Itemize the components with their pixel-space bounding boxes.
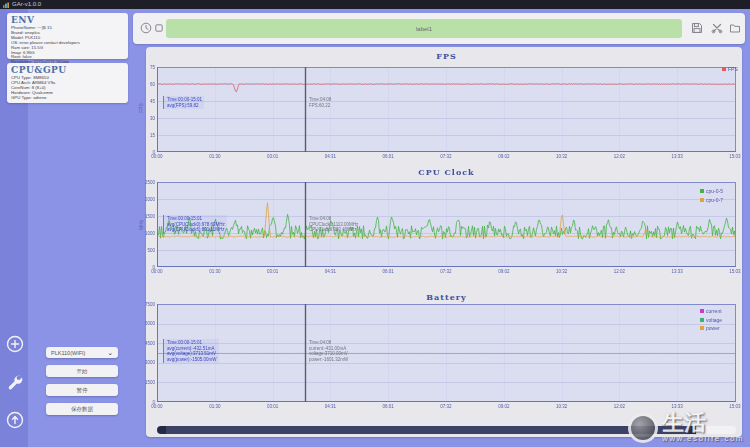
- legend-item[interactable]: current: [700, 308, 722, 314]
- upload-icon[interactable]: [6, 411, 24, 429]
- toolbar: label1: [133, 13, 745, 44]
- x-axis-tick: 03:01: [258, 154, 288, 159]
- chart-title: Battery: [157, 292, 736, 302]
- wrench-icon[interactable]: [6, 373, 24, 391]
- legend-swatch: [700, 326, 704, 330]
- scrollbar-left-cap[interactable]: [157, 426, 166, 434]
- scissors-icon[interactable]: [711, 22, 723, 34]
- y-axis-tick: 3000: [135, 360, 155, 365]
- cursor-stat-line: FPS:60.22: [309, 103, 331, 109]
- label-input[interactable]: label1: [166, 19, 682, 38]
- x-axis-tick: 00:00: [142, 269, 172, 274]
- legend-label: current: [706, 308, 722, 314]
- x-axis-tick: 00:00: [142, 404, 172, 409]
- x-axis-tick: 12:02: [604, 154, 634, 159]
- x-axis-tick: 09:02: [489, 404, 519, 409]
- x-axis-tick: 04:31: [315, 154, 345, 159]
- screenshot-icon[interactable]: [155, 24, 163, 32]
- y-axis-tick: 4500: [135, 341, 155, 346]
- y-axis-tick: 60: [135, 82, 155, 87]
- chart-plot-area[interactable]: [157, 182, 736, 267]
- x-axis-tick: 15:03: [720, 404, 750, 409]
- x-axis-tick: 12:02: [604, 269, 634, 274]
- scrollbar-thumb[interactable]: [166, 426, 687, 434]
- legend-item[interactable]: voltage: [700, 317, 722, 323]
- chart-plot-area[interactable]: [157, 304, 736, 402]
- legend-label: cpu-0-5: [706, 188, 723, 194]
- avg-stat-line: avg(CPUClock6):891.11MHz: [167, 227, 225, 233]
- watermark-text: 生活: [662, 412, 744, 434]
- y-axis-tick: 45: [135, 99, 155, 104]
- x-axis-tick: 03:01: [258, 269, 288, 274]
- folder-icon[interactable]: [729, 22, 741, 34]
- env-panel-title: ENV: [11, 15, 124, 25]
- legend-label: FPS: [728, 66, 738, 72]
- legend-label: voltage: [706, 317, 722, 323]
- chart-title: FPS: [157, 51, 736, 61]
- legend-swatch: [722, 67, 726, 71]
- save-icon[interactable]: [691, 22, 703, 34]
- y-axis-label: FPS: [138, 103, 144, 113]
- legend-swatch: [700, 309, 704, 313]
- x-axis-tick: 13:33: [662, 154, 692, 159]
- x-axis-tick: 09:02: [489, 154, 519, 159]
- legend-swatch: [700, 198, 704, 202]
- avg-stat-line: Time:00:00-15:01: [167, 97, 202, 103]
- legend-label: power: [706, 325, 720, 331]
- chart-plot-area[interactable]: [157, 67, 736, 152]
- x-axis-tick: 07:32: [431, 269, 461, 274]
- y-axis-tick: 30: [135, 116, 155, 121]
- cursor-annotation: Time:04:08current:-431.00mAvoltage:3710.…: [309, 340, 348, 362]
- cursor-stat-line: Time:04:08: [309, 97, 331, 103]
- chart-title: CPU Clock: [157, 167, 736, 177]
- cursor-annotation: Time:04:08FPS:60.22: [309, 97, 331, 108]
- x-axis-tick: 13:33: [662, 404, 692, 409]
- chart-legend: cpu-0-5cpu-0-7: [700, 188, 723, 205]
- legend-item[interactable]: power: [700, 325, 722, 331]
- x-axis-tick: 06:01: [373, 404, 403, 409]
- env-panel: ENV PhoneName: 一加 15Brand: oneplusModel:…: [7, 13, 128, 59]
- start-button[interactable]: 开始: [46, 365, 118, 377]
- watermark-url: www.esolife.com: [662, 434, 744, 443]
- save-data-button[interactable]: 保存数据: [46, 403, 118, 415]
- window-title: GAr-v1.0.0: [12, 0, 41, 9]
- legend-item[interactable]: FPS: [722, 66, 738, 72]
- history-icon[interactable]: [140, 22, 152, 34]
- avg-stats-box: Time:00:00-15:01avg(FPS):59.82: [163, 96, 204, 109]
- x-axis-tick: 09:02: [489, 269, 519, 274]
- cpu-gpu-panel: CPU&GPU CPU Type: SM8650CPU Arch: ARM64 …: [7, 63, 128, 103]
- cpu-gpu-line: GPU Type: adreno: [11, 96, 124, 101]
- cursor-stat-line: voltage:3710.00mV: [309, 351, 348, 357]
- legend-item[interactable]: cpu-0-7: [700, 197, 723, 203]
- chart-legend: currentvoltagepower: [700, 308, 722, 334]
- legend-label: cpu-0-7: [706, 197, 723, 203]
- x-axis-tick: 10:32: [547, 404, 577, 409]
- x-axis-tick: 10:32: [547, 154, 577, 159]
- y-axis-label: MHz: [138, 220, 144, 230]
- x-axis-tick: 13:33: [662, 269, 692, 274]
- cpu-gpu-panel-title: CPU&GPU: [11, 65, 124, 75]
- x-axis-tick: 01:30: [200, 404, 230, 409]
- cpu-gpu-lines: CPU Type: SM8650CPU Arch: ARM64 V9aCoreN…: [11, 76, 124, 101]
- cursor-stat-line: power:-1601.32mW: [309, 357, 348, 363]
- app-logo-icon: [3, 2, 9, 8]
- y-axis-tick: 2000: [135, 197, 155, 202]
- x-axis-tick: 15:03: [720, 269, 750, 274]
- plus-circle-icon[interactable]: [6, 335, 24, 353]
- y-axis-tick: 7500: [135, 302, 155, 307]
- legend-item[interactable]: cpu-0-5: [700, 188, 723, 194]
- x-axis-tick: 15:03: [720, 154, 750, 159]
- env-lines: PhoneName: 一加 15Brand: oneplusModel: PLK…: [11, 26, 124, 65]
- x-axis-tick: 10:32: [547, 269, 577, 274]
- window-titlebar: GAr-v1.0.0: [0, 0, 750, 9]
- avg-stat-line: avg(power):-1505.00mW: [167, 357, 217, 363]
- pause-button[interactable]: 暂停: [46, 384, 118, 396]
- x-axis-tick: 04:31: [315, 269, 345, 274]
- y-axis-tick: 6000: [135, 321, 155, 326]
- device-select[interactable]: PLK110(WIFI) ⌄: [46, 347, 118, 358]
- x-axis-tick: 06:01: [373, 269, 403, 274]
- x-axis-tick: 12:02: [604, 404, 634, 409]
- chart-legend: FPS: [722, 66, 738, 75]
- avg-stat-line: avg(FPS):59.82: [167, 103, 202, 109]
- avg-stats-box: Time:00:00-15:01avg(current):-432.51mAav…: [163, 339, 219, 363]
